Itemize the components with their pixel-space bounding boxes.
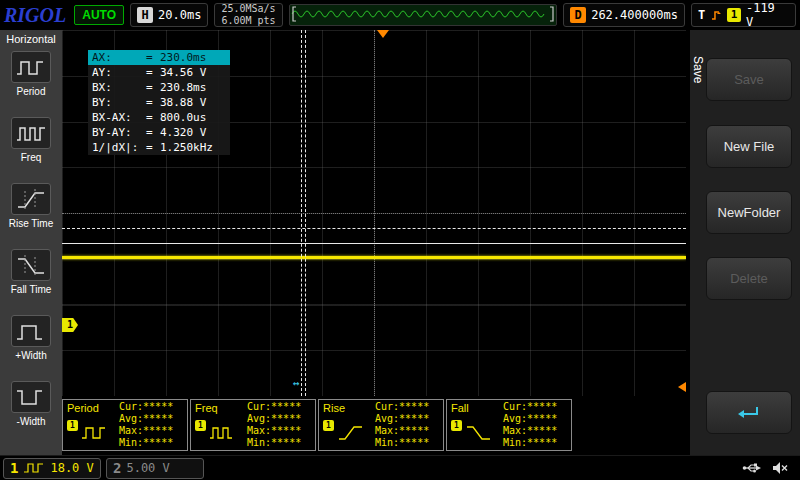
cursor-line-bx <box>305 30 306 396</box>
sidebar-item-minus-width[interactable]: -Width <box>0 379 62 445</box>
softkey-menu: Save Save New File NewFolder Delete <box>690 30 800 455</box>
freq-meas-icon <box>209 422 239 446</box>
stat-max: Max:***** <box>247 425 301 437</box>
cursor-row-by-ay: BY-AY: = 4.320 V <box>88 125 230 140</box>
return-button[interactable] <box>706 391 792 434</box>
cursor-value: 34.56 V <box>160 65 206 80</box>
system-icons <box>742 461 797 475</box>
freq-icon <box>11 117 51 149</box>
measurement-stats: Cur:***** Avg:***** Max:***** Min:***** <box>119 401 173 449</box>
stat-cur: Cur:***** <box>375 401 429 413</box>
d-badge: D <box>570 7 586 23</box>
channel2-status[interactable]: 2 5.00 V <box>106 458 204 479</box>
measurement-stats: Cur:***** Avg:***** Max:***** Min:***** <box>247 401 301 449</box>
h-badge: H <box>137 7 153 23</box>
channel2-number: 2 <box>113 460 121 476</box>
memory-depth: 6.00M pts <box>221 15 275 27</box>
t-label: T <box>698 8 705 22</box>
cursor-value: 38.88 V <box>160 95 206 110</box>
delay-value: 262.400000ms <box>591 8 678 22</box>
cursor-value: 230.8ms <box>160 80 206 95</box>
delete-button[interactable]: Delete <box>706 257 792 300</box>
measurement-name: Fall <box>451 402 469 414</box>
speaker-muted-icon <box>772 461 789 475</box>
measurement-stats: Cur:***** Avg:***** Max:***** Min:***** <box>375 401 429 449</box>
sample-rate: 25.0MSa/s <box>221 3 275 15</box>
cursor-label: AY: <box>92 65 146 80</box>
center-horizontal-axis <box>62 213 686 214</box>
equals-sign: = <box>146 125 160 140</box>
fall-time-icon <box>11 249 51 281</box>
sidebar-item-label: Period <box>17 86 46 97</box>
sidebar-item-rise-time[interactable]: Rise Time <box>0 181 62 247</box>
measurement-panel-freq[interactable]: Freq 1 Cur:***** Avg:***** Max:***** Min… <box>190 399 316 451</box>
fall-meas-icon <box>465 422 495 446</box>
stat-min: Min:***** <box>375 437 429 449</box>
channel1-scale: 18.0 V <box>50 461 93 475</box>
sidebar-item-label: Freq <box>21 152 42 163</box>
sidebar-item-freq[interactable]: Freq <box>0 115 62 181</box>
acquisition-info: 25.0MSa/s 6.00M pts <box>214 3 282 27</box>
channel1-status[interactable]: 1 18.0 V <box>3 458 101 479</box>
save-button[interactable]: Save <box>706 58 792 101</box>
stat-min: Min:***** <box>503 437 557 449</box>
timebase-value: 20.0ms <box>158 8 201 22</box>
channel2-scale: 5.00 V <box>126 461 169 475</box>
rise-time-icon <box>11 183 51 215</box>
channel-badge: 1 <box>323 420 334 431</box>
cursor-row-bx: BX: = 230.8ms <box>88 80 230 95</box>
measurement-panel-period[interactable]: Period 1 Cur:***** Avg:***** Max:***** M… <box>62 399 188 451</box>
trigger-source-badge: 1 <box>727 8 741 22</box>
sidebar-item-fall-time[interactable]: Fall Time <box>0 247 62 313</box>
plus-width-icon <box>11 315 51 347</box>
rigol-logo: RIGOL <box>4 4 66 27</box>
run-status-badge[interactable]: AUTO <box>74 5 124 25</box>
measurement-name: Freq <box>195 402 218 414</box>
period-icon <box>11 51 51 83</box>
new-file-button[interactable]: New File <box>706 125 792 168</box>
waveform-display: 1 ↔ AX: = 230.0ms AY: = 34.56 V BX: = 23… <box>62 30 686 396</box>
sidebar-item-plus-width[interactable]: +Width <box>0 313 62 379</box>
cursor-label: BY-AY: <box>92 125 146 140</box>
cursor-label: BX-AX: <box>92 110 146 125</box>
cursor-row-by: BY: = 38.88 V <box>88 95 230 110</box>
horizontal-measure-sidebar: Horizontal Period Freq Rise Time Fall Ti… <box>0 30 62 455</box>
equals-sign: = <box>146 50 160 65</box>
sidebar-item-period[interactable]: Period <box>0 49 62 115</box>
cursor-value: 230.0ms <box>160 50 206 65</box>
period-meas-icon <box>81 422 111 446</box>
delay-group[interactable]: D 262.400000ms <box>563 3 685 27</box>
trigger-group[interactable]: T 1 -119 V <box>691 3 796 27</box>
stat-avg: Avg:***** <box>119 413 173 425</box>
cursor-value: 800.0us <box>160 110 206 125</box>
stat-cur: Cur:***** <box>247 401 301 413</box>
sidebar-title: Horizontal <box>0 30 62 49</box>
equals-sign: = <box>146 110 160 125</box>
stat-cur: Cur:***** <box>119 401 173 413</box>
stat-avg: Avg:***** <box>503 413 557 425</box>
trigger-level-value: -119 V <box>746 1 789 29</box>
horizontal-timebase-group[interactable]: H 20.0ms <box>130 3 208 27</box>
equals-sign: = <box>146 140 160 155</box>
overview-waveform-icon <box>290 5 556 23</box>
cursor-line-ax <box>301 30 302 396</box>
oscilloscope-screen: RIGOL AUTO H 20.0ms 25.0MSa/s 6.00M pts … <box>0 0 800 480</box>
stat-cur: Cur:***** <box>503 401 557 413</box>
measurement-panel-rise[interactable]: Rise 1 Cur:***** Avg:***** Max:***** Min… <box>318 399 444 451</box>
stat-max: Max:***** <box>119 425 173 437</box>
channel1-wave-icon <box>23 462 45 474</box>
channel-badge: 1 <box>67 420 78 431</box>
minus-width-icon <box>11 381 51 413</box>
waveform-overview-strip[interactable] <box>289 4 558 26</box>
stat-avg: Avg:***** <box>375 413 429 425</box>
measurement-panel-fall[interactable]: Fall 1 Cur:***** Avg:***** Max:***** Min… <box>446 399 572 451</box>
trigger-edge-icon <box>710 8 722 22</box>
cursor-line-ay <box>62 243 686 244</box>
new-folder-button[interactable]: NewFolder <box>706 191 792 234</box>
cursor-row-inverse-dx: 1/|dX|: = 1.250kHz <box>88 140 230 155</box>
channel-badge: 1 <box>195 420 206 431</box>
cursor-row-ax: AX: = 230.0ms <box>88 50 230 65</box>
stat-max: Max:***** <box>503 425 557 437</box>
sidebar-item-label: +Width <box>15 350 46 361</box>
equals-sign: = <box>146 65 160 80</box>
